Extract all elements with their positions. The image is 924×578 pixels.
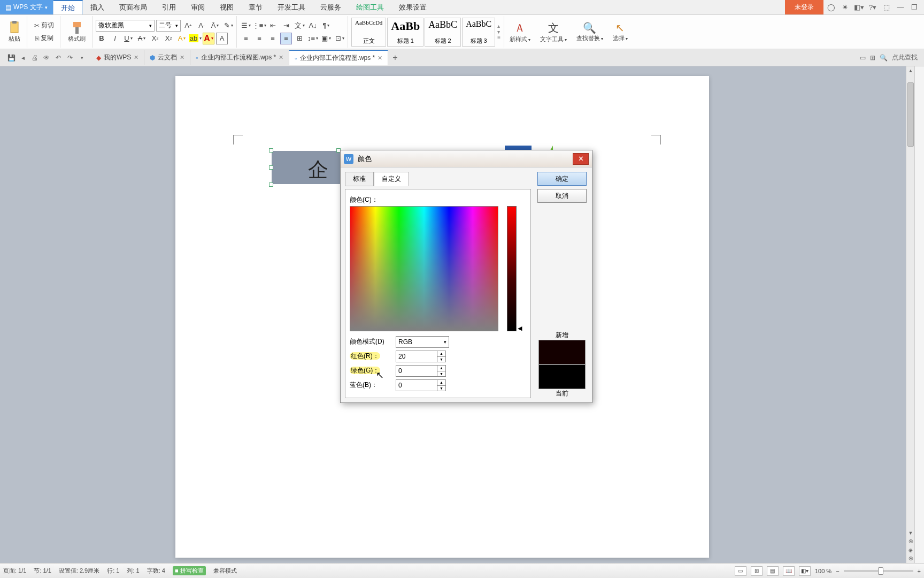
new-style-button[interactable]: Ａ新样式 <box>505 16 535 48</box>
zoom-level[interactable]: 100 % <box>815 568 831 574</box>
menu-sections[interactable]: 章节 <box>241 0 270 14</box>
qat-print-icon[interactable]: 🖨 <box>30 53 40 63</box>
red-spinner[interactable]: ▲▼ <box>437 351 446 362</box>
tab-doc-1[interactable]: ▫企业内部工作流程图.wps *✕ <box>190 50 289 65</box>
status-spellcheck[interactable]: ■ 拼写检查 <box>173 566 206 575</box>
format-painter-button[interactable]: 格式刷 <box>64 17 90 47</box>
font-name-select[interactable]: 微软雅黑▾ <box>96 20 155 32</box>
status-chars[interactable]: 字数: 4 <box>147 567 165 575</box>
text-effects-button[interactable]: A <box>176 33 188 44</box>
increase-indent-button[interactable]: ⇥ <box>280 20 292 32</box>
highlight-button[interactable]: ab <box>189 33 201 44</box>
green-input[interactable] <box>396 365 437 377</box>
character-border-button[interactable]: A <box>216 33 228 44</box>
luminance-arrow-icon[interactable]: ◀ <box>518 325 522 332</box>
numbering-button[interactable]: ⋮≡ <box>253 20 265 32</box>
qat-redo-icon[interactable]: ↷ <box>65 53 75 63</box>
zoom-slider[interactable] <box>844 570 913 572</box>
paste-button[interactable]: 粘贴 <box>4 17 25 47</box>
luminance-slider[interactable] <box>507 206 517 331</box>
resize-handle-bl[interactable] <box>269 182 273 187</box>
tab-add-button[interactable]: + <box>388 51 402 65</box>
shading-button[interactable]: ▣ <box>320 33 332 44</box>
status-section[interactable]: 节: 1/1 <box>34 567 51 575</box>
dialog-tab-custom[interactable]: 自定义 <box>374 172 409 186</box>
green-spinner[interactable]: ▲▼ <box>437 365 446 377</box>
scroll-up-icon[interactable]: ▲ <box>906 66 915 75</box>
tab-cloud-docs[interactable]: ⬢云文档✕ <box>144 50 190 65</box>
menu-cloud[interactable]: 云服务 <box>313 0 349 14</box>
next-page-icon[interactable]: ⦿ <box>906 554 915 563</box>
distribute-button[interactable]: ⊞ <box>294 33 305 44</box>
tab-close-2[interactable]: ✕ <box>279 54 283 61</box>
status-line[interactable]: 行: 1 <box>107 567 119 575</box>
borders-button[interactable]: ⊡ <box>334 33 345 44</box>
shrink-font-button[interactable]: A- <box>196 20 207 32</box>
skin-icon[interactable]: ◧▾ <box>852 2 865 13</box>
help-icon[interactable]: ?▾ <box>866 2 879 13</box>
bold-button[interactable]: B <box>96 33 107 44</box>
status-col[interactable]: 列: 1 <box>127 567 139 575</box>
color-mode-select[interactable]: RGB▾ <box>396 336 449 348</box>
dialog-titlebar[interactable]: W 颜色 ✕ <box>341 150 592 168</box>
settings-icon[interactable]: ✷ <box>838 2 851 13</box>
text-direction-button[interactable]: 文 <box>294 20 305 32</box>
qat-save-icon[interactable]: 💾 <box>6 53 16 63</box>
zoom-in-icon[interactable]: + <box>918 568 921 574</box>
view-focus-icon[interactable]: ◧▾ <box>799 566 811 576</box>
bullets-button[interactable]: ☰ <box>240 20 252 32</box>
select-button[interactable]: ↖选择 <box>609 16 632 48</box>
view-icon-1[interactable]: ▭ <box>860 54 866 62</box>
status-compat[interactable]: 兼容模式 <box>213 567 237 575</box>
cut-button[interactable]: ✂剪切 <box>30 20 58 32</box>
dialog-tab-standard[interactable]: 标准 <box>345 172 374 186</box>
view-print-icon[interactable]: ▭ <box>735 566 746 576</box>
ok-button[interactable]: 确定 <box>537 172 587 186</box>
sync-icon[interactable]: ◯ <box>825 2 837 13</box>
scrollbar-thumb[interactable] <box>907 82 914 147</box>
font-size-select[interactable]: 二号▾ <box>156 20 181 32</box>
underline-button[interactable]: U <box>122 33 134 44</box>
subscript-button[interactable]: X2 <box>163 33 174 44</box>
menu-start[interactable]: 开始 <box>53 0 83 14</box>
align-left-button[interactable]: ≡ <box>240 33 252 44</box>
menu-references[interactable]: 引用 <box>155 0 183 14</box>
view-outline-icon[interactable]: ▤ <box>767 566 779 576</box>
strike-button[interactable]: A <box>136 33 148 44</box>
superscript-button[interactable]: X2 <box>149 33 161 44</box>
style-h2[interactable]: AaBbC标题 2 <box>425 18 461 47</box>
search-placeholder[interactable]: 点此查找 <box>892 53 918 62</box>
tab-doc-2[interactable]: ▫企业内部工作流程图.wps *✕ <box>289 50 388 65</box>
qat-preview-icon[interactable]: 👁 <box>42 53 51 63</box>
restore-icon[interactable]: ❐ <box>908 2 921 13</box>
menu-page-layout[interactable]: 页面布局 <box>112 0 155 14</box>
scroll-down-icon[interactable]: ▼ <box>906 529 915 537</box>
red-input[interactable] <box>396 351 437 362</box>
app-dropdown-icon[interactable]: ▾ <box>45 5 48 10</box>
login-button[interactable]: 未登录 <box>785 0 823 14</box>
tab-close-3[interactable]: ✕ <box>378 55 382 62</box>
zoom-thumb[interactable] <box>878 567 883 575</box>
zoom-out-icon[interactable]: − <box>836 568 839 574</box>
menu-effect-settings[interactable]: 效果设置 <box>391 0 434 14</box>
align-center-button[interactable]: ≡ <box>253 33 265 44</box>
tab-close-1[interactable]: ✕ <box>180 54 184 61</box>
color-gradient-picker[interactable] <box>350 206 498 331</box>
view-web-icon[interactable]: ⊞ <box>751 566 763 576</box>
justify-button[interactable]: ≡ <box>280 33 292 44</box>
menu-view[interactable]: 视图 <box>212 0 241 14</box>
qat-more-icon[interactable]: ▾ <box>77 53 87 63</box>
line-spacing-button[interactable]: ↕≡ <box>307 33 319 44</box>
copy-button[interactable]: ⎘复制 <box>30 33 58 44</box>
browse-object-icon[interactable]: ◉ <box>906 546 915 554</box>
resize-handle-tl[interactable] <box>269 148 273 153</box>
italic-button[interactable]: I <box>109 33 121 44</box>
decrease-indent-button[interactable]: ⇤ <box>267 20 279 32</box>
change-case-button[interactable]: Ā <box>209 20 221 32</box>
min-ribbon-icon[interactable]: ⬚ <box>880 2 893 13</box>
blue-spinner[interactable]: ▲▼ <box>437 379 446 391</box>
prev-page-icon[interactable]: ⦿ <box>906 537 915 546</box>
cancel-button[interactable]: 取消 <box>537 189 587 203</box>
status-page[interactable]: 页面: 1/1 <box>3 567 26 575</box>
text-tools-button[interactable]: 文文字工具 <box>536 16 571 48</box>
